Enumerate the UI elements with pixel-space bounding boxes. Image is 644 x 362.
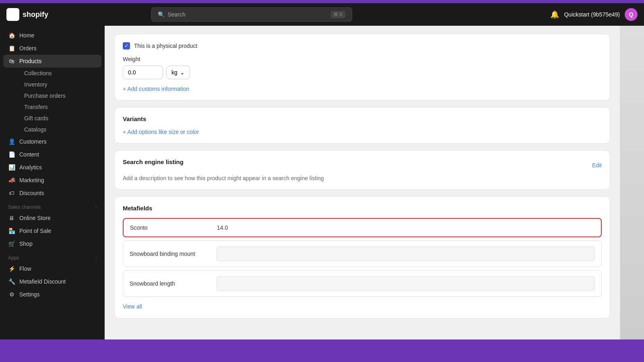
marketing-icon: 📣 [8,177,15,183]
orders-icon: 📋 [8,45,15,51]
physical-product-checkbox[interactable]: ✓ [123,42,130,49]
sidebar-item-content[interactable]: 📄 Content [3,148,101,161]
weight-unit-label: kg [171,69,178,76]
sidebar-item-discounts[interactable]: 🏷 Discounts [3,187,101,200]
metafield-length-input[interactable] [217,276,595,291]
sidebar-item-shop[interactable]: 🛒 Shop [3,237,101,250]
sidebar-item-collections[interactable]: Collections [19,68,101,79]
online-store-icon: 🖥 [8,215,15,221]
products-icon: 🛍 [8,58,15,64]
header-right: 🔔 Quickstart (9b575e49) Q [550,8,638,21]
logo[interactable]: 🛍 shopify [6,8,48,21]
chevron-right-icon: › [95,205,97,210]
metafields-title: Metafields [123,205,602,212]
metafield-length-label: Snowboard length [130,280,210,287]
sidebar-item-label: Shop [19,241,33,247]
add-customs-link[interactable]: + Add customs information [123,86,602,92]
chevron-right-icon: › [95,256,97,260]
view-all-link[interactable]: View all [123,303,142,310]
sidebar-item-orders[interactable]: 📋 Orders [3,42,101,55]
metafield-binding-label: Snowboard binding mount [130,251,210,257]
notification-bell-icon[interactable]: 🔔 [550,10,559,19]
sidebar-item-online-store[interactable]: 🖥 Online Store [3,212,101,224]
weight-unit-selector[interactable]: kg ⌄ [166,66,190,79]
sidebar-item-catalogs[interactable]: Catalogs [19,124,101,135]
customers-icon: 👤 [8,138,15,145]
sidebar-item-inventory[interactable]: Inventory [19,79,101,90]
sidebar-item-label: Point of Sale [19,228,51,234]
home-icon: 🏠 [8,32,15,39]
products-submenu: Collections Inventory Purchase orders Tr… [3,68,101,135]
metafield-row-binding[interactable]: Snowboard binding mount [123,241,602,267]
search-icon: 🔍 [158,11,165,18]
content-icon: 📄 [8,151,15,158]
discounts-icon: 🏷 [8,190,15,196]
sidebar-item-label: Discounts [19,190,44,196]
sidebar-item-settings[interactable]: ⚙ Settings [3,288,101,301]
sidebar-item-gift-cards[interactable]: Gift cards [19,113,101,124]
metafield-binding-input[interactable] [217,247,595,261]
sidebar-item-point-of-sale[interactable]: 🏪 Point of Sale [3,224,101,237]
sidebar-item-metafield-discount[interactable]: 🔧 Metafield Discount [3,275,101,288]
metafield-sconto-label: Sconto [130,224,211,231]
apps-label: Apps [8,255,19,261]
right-preview-panel [620,26,644,339]
seo-description: Add a description to see how this produc… [123,175,602,181]
weight-label: Weight [123,56,602,62]
avatar[interactable]: Q [625,8,638,21]
metafields-card: Metafields Sconto 14.0 Snowboard binding… [114,196,610,319]
search-shortcut: ⌘ K [331,11,345,18]
sidebar-item-label: Content [19,151,39,158]
logo-icon: 🛍 [6,8,19,21]
weight-input[interactable] [123,66,163,79]
bottom-purple-bar [0,339,644,362]
sidebar-item-home[interactable]: 🏠 Home [3,29,101,42]
sidebar-item-purchase-orders[interactable]: Purchase orders [19,90,101,101]
sidebar-item-label: Metafield Discount [19,278,66,285]
weight-section: Weight kg ⌄ [123,56,602,79]
sidebar: 🏠 Home 📋 Orders 🛍 Products Collections I… [0,26,105,339]
search-container: 🔍 Search ⌘ K [151,7,352,22]
physical-product-label: This is a physical product [134,43,197,49]
sidebar-item-label: Settings [19,291,40,298]
metafield-row-length[interactable]: Snowboard length [123,270,602,297]
sales-channels-label: Sales channels [8,204,41,210]
sidebar-item-flow[interactable]: ⚡ Flow [3,262,101,275]
analytics-icon: 📊 [8,164,15,171]
flow-icon: ⚡ [8,265,15,272]
sidebar-item-label: Marketing [19,177,44,183]
chevron-down-icon: ⌄ [180,69,185,76]
shop-icon: 🛒 [8,241,15,247]
search-box[interactable]: 🔍 Search ⌘ K [151,7,352,22]
seo-header: Search engine listing Edit [123,158,602,172]
sidebar-item-label: Analytics [19,164,42,171]
apps-section[interactable]: Apps › [3,250,101,262]
store-name: Quickstart (9b575e49) [564,11,620,18]
preview-thumbnail [620,26,644,339]
main-layout: 🏠 Home 📋 Orders 🛍 Products Collections I… [0,26,644,339]
sidebar-item-label: Customers [19,138,47,145]
variants-card: Variants + Add options like size or colo… [114,107,610,144]
sales-channels-section[interactable]: Sales channels › [3,200,101,212]
metafield-discount-icon: 🔧 [8,278,15,285]
sidebar-item-label: Home [19,32,34,39]
settings-icon: ⚙ [8,291,15,298]
header: 🛍 shopify 🔍 Search ⌘ K 🔔 Quickstart (9b5… [0,3,644,26]
metafield-row-sconto[interactable]: Sconto 14.0 [123,218,602,237]
sidebar-item-analytics[interactable]: 📊 Analytics [3,161,101,174]
seo-edit-link[interactable]: Edit [592,162,602,169]
point-of-sale-icon: 🏪 [8,228,15,234]
seo-title: Search engine listing [123,158,184,165]
sidebar-item-customers[interactable]: 👤 Customers [3,135,101,148]
sidebar-item-label: Orders [19,45,37,51]
weight-inputs: kg ⌄ [123,66,602,79]
sidebar-item-label: Flow [19,265,31,272]
sidebar-item-products[interactable]: 🛍 Products [3,55,101,68]
sidebar-item-marketing[interactable]: 📣 Marketing [3,174,101,187]
top-purple-bar [0,0,644,3]
physical-product-card: ✓ This is a physical product Weight kg ⌄… [114,34,610,101]
sidebar-item-transfers[interactable]: Transfers [19,101,101,113]
add-variants-link[interactable]: + Add options like size or color [123,129,602,135]
sidebar-item-label: Online Store [19,215,51,221]
sidebar-item-label: Products [19,58,41,64]
